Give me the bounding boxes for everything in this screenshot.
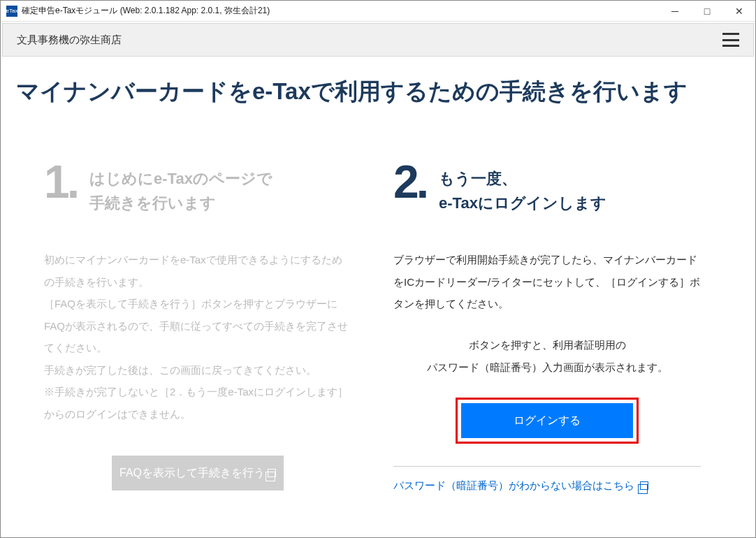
app-icon: eTax: [6, 6, 17, 17]
org-name: 文具事務機の弥生商店: [17, 34, 122, 47]
menu-icon[interactable]: [722, 33, 739, 47]
login-button-highlight: ログインする: [456, 398, 639, 444]
external-link-icon: [640, 481, 648, 490]
step-1: 1. はじめにe-Taxのページで 手続きを行います 初めにマイナンバーカードを…: [44, 163, 351, 493]
step-2-body: ブラウザーで利用開始手続きが完了したら、マイナンバーカードをICカードリーダー/…: [393, 249, 701, 315]
step-2-number: 2.: [393, 163, 426, 201]
step-1-number: 1.: [44, 163, 77, 201]
window-maximize-button[interactable]: □: [691, 1, 723, 22]
step-2: 2. もう一度、 e-Taxにログインします ブラウザーで利用開始手続きが完了し…: [393, 163, 701, 493]
forgot-password-link[interactable]: パスワード（暗証番号）がわからない場合はこちら: [393, 479, 701, 493]
window-titlebar: eTax 確定申告e-Taxモジュール (Web: 2.0.1.182 App:…: [1, 1, 755, 22]
page-title: マイナンバーカードをe-Taxで利用するための手続きを行います: [16, 76, 740, 108]
divider: [393, 466, 701, 467]
app-header: 文具事務機の弥生商店: [2, 23, 754, 57]
step-1-title: はじめにe-Taxのページで 手続きを行います: [89, 163, 272, 215]
external-link-icon: [268, 469, 276, 477]
window-title: 確定申告e-Taxモジュール (Web: 2.0.1.182 App: 2.0.…: [22, 5, 270, 17]
step-1-body: 初めにマイナンバーカードをe-Taxで使用できるようにするための手続きを行います…: [44, 249, 351, 425]
window-close-button[interactable]: ✕: [723, 1, 755, 22]
step-2-hint: ボタンを押すと、利用者証明用の パスワード（暗証番号）入力画面が表示されます。: [393, 335, 701, 379]
faq-button: FAQを表示して手続きを行う: [112, 456, 284, 490]
step-2-title: もう一度、 e-Taxにログインします: [439, 163, 606, 215]
login-button[interactable]: ログインする: [461, 403, 633, 438]
window-minimize-button[interactable]: ─: [659, 1, 691, 22]
